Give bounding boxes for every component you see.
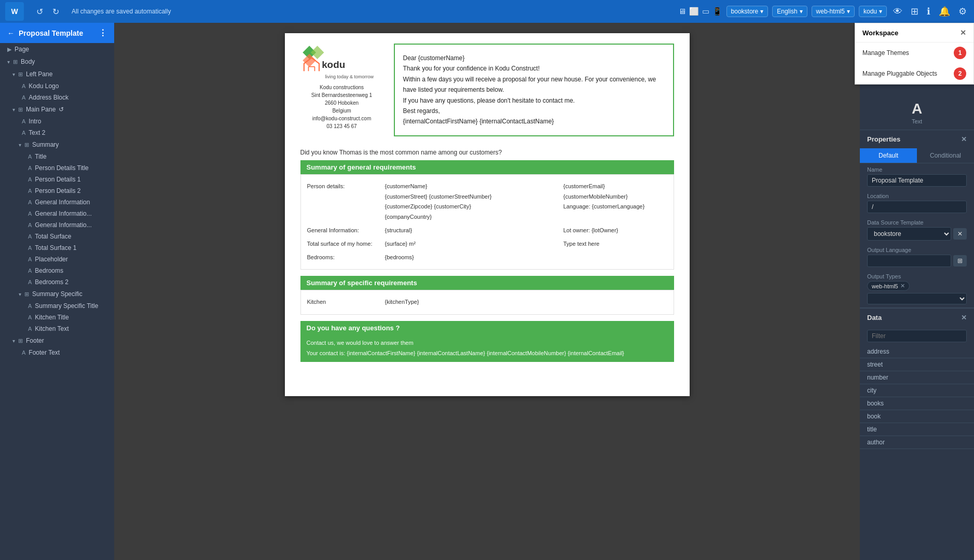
sidebar-item-bedrooms[interactable]: A Bedrooms xyxy=(0,265,114,276)
data-item-book[interactable]: book xyxy=(860,410,974,423)
mobile-icon[interactable]: 📱 xyxy=(712,7,722,16)
prop-output-lang-input[interactable] xyxy=(867,255,951,267)
data-item-number[interactable]: number xyxy=(860,371,974,384)
sidebar-item-footer[interactable]: ▾ ⊞ Footer xyxy=(0,334,114,347)
sidebar-item-person-details-title[interactable]: A Person Details Title xyxy=(0,162,114,174)
bookstore-dropdown[interactable]: bookstore ▾ xyxy=(726,6,769,17)
doc-logo-area: kodu living today & tomorrow Kodu constr… xyxy=(300,44,383,136)
data-item-city[interactable]: city xyxy=(860,384,974,397)
questions-body: Contact us, we would love to answer them… xyxy=(300,335,674,362)
component-icon: ⊞ xyxy=(18,71,23,78)
sidebar-item-person-details-2[interactable]: A Person Details 2 xyxy=(0,185,114,197)
workspace-close-icon[interactable]: ✕ xyxy=(960,29,966,37)
chevron-down-icon: ▾ xyxy=(12,72,15,77)
tab-conditional[interactable]: Conditional xyxy=(917,148,974,163)
desktop-icon[interactable]: 🖥 xyxy=(678,7,686,16)
chevron-down-icon: ▾ xyxy=(12,107,15,113)
sidebar-item-left-pane[interactable]: ▾ ⊞ Left Pane xyxy=(0,68,114,80)
chevron-down-icon: ▾ xyxy=(12,338,15,344)
sidebar-item-kitchen-title[interactable]: A Kitchen Title xyxy=(0,312,114,323)
language-dropdown[interactable]: English ▾ xyxy=(772,6,807,17)
tablet2-icon[interactable]: ▭ xyxy=(702,7,709,16)
sidebar-item-bedrooms-2[interactable]: A Bedrooms 2 xyxy=(0,276,114,288)
sidebar-item-kodu-logo[interactable]: A Kodu Logo xyxy=(0,80,114,92)
component-icon: ⊞ xyxy=(18,338,23,344)
prop-output-lang-icon-btn[interactable]: ⊞ xyxy=(953,255,967,267)
user-dropdown[interactable]: kodu ▾ xyxy=(859,6,887,17)
doc-address: Kodu constructions Sint Bernardsesteenwe… xyxy=(300,83,383,130)
center-content: kodu living today & tomorrow Kodu constr… xyxy=(114,23,860,560)
data-item-books[interactable]: books xyxy=(860,397,974,410)
tablet-icon[interactable]: ⬜ xyxy=(689,7,699,16)
sidebar-item-general-info2[interactable]: A General Informatio... xyxy=(0,208,114,219)
sidebar-item-general-info[interactable]: A General Information xyxy=(0,197,114,208)
preview-icon[interactable]: 👁 xyxy=(891,5,904,18)
workspace-popup: Workspace ✕ Manage Themes 1 Manage Plugg… xyxy=(855,23,974,85)
topbar: W ↺ ↻ All changes are saved automaticall… xyxy=(0,0,974,23)
manage-pluggable-item[interactable]: Manage Pluggable Objects 2 xyxy=(855,63,973,84)
sidebar-item-address-block[interactable]: A Address Block xyxy=(0,92,114,103)
sidebar-item-footer-text[interactable]: A Footer Text xyxy=(0,347,114,358)
sidebar-item-text2[interactable]: A Text 2 xyxy=(0,127,114,138)
sidebar-more-icon[interactable]: ⋮ xyxy=(99,28,107,38)
refresh-icon[interactable]: ↺ xyxy=(59,106,64,113)
data-section: Data ✕ address street number city books … xyxy=(860,308,974,449)
text-icon: A xyxy=(28,256,32,262)
sidebar-item-body[interactable]: ▾ ⊞ Body xyxy=(0,55,114,68)
output-type-dropdown[interactable]: web-html5 ▾ xyxy=(812,6,855,17)
text-icon: A xyxy=(22,94,25,101)
sidebar-item-total-surface[interactable]: A Total Surface xyxy=(0,231,114,242)
grid-icon[interactable]: ⊞ xyxy=(909,5,921,18)
logo-tagline: living today & tomorrow xyxy=(325,74,383,79)
kodu-logo-svg: kodu xyxy=(300,44,363,75)
text-icon: A xyxy=(28,279,32,285)
output-type-remove-btn[interactable]: ✕ xyxy=(900,283,905,289)
properties-tabs: Default Conditional xyxy=(860,148,974,163)
sidebar-item-intro[interactable]: A Intro xyxy=(0,116,114,127)
sidebar-item-summary-specific-title[interactable]: A Summary Specific Title xyxy=(0,300,114,312)
chevron-down-icon: ▾ xyxy=(7,59,10,65)
data-item-address[interactable]: address xyxy=(860,345,974,358)
notification-icon[interactable]: 🔔 xyxy=(937,5,952,18)
sidebar-item-kitchen-text[interactable]: A Kitchen Text xyxy=(0,323,114,334)
prop-datasource-clear-btn[interactable]: ✕ xyxy=(953,228,967,240)
sidebar-item-placeholder[interactable]: A Placeholder xyxy=(0,254,114,265)
info-icon[interactable]: ℹ xyxy=(925,5,932,18)
sidebar-title: Proposal Template xyxy=(19,29,83,37)
sidebar-item-general-info3[interactable]: A General Informatio... xyxy=(0,219,114,231)
sidebar-item-page[interactable]: ▶ Page xyxy=(0,43,114,55)
sidebar-item-summary[interactable]: ▾ ⊞ Summary xyxy=(0,138,114,151)
text-icon: A xyxy=(28,233,32,240)
sidebar-item-main-pane[interactable]: ▾ ⊞ Main Pane ↺ xyxy=(0,103,114,116)
text-icon: A xyxy=(28,153,32,160)
sidebar-back-icon[interactable]: ← xyxy=(7,29,15,37)
doc-section-general: Summary of general requirements Person d… xyxy=(300,160,674,270)
app-logo: W xyxy=(5,2,24,21)
letter-greeting: Dear {customerName} xyxy=(403,53,665,63)
undo-redo-group: ↺ ↻ xyxy=(33,5,62,19)
text-icon: A xyxy=(28,268,32,274)
text-icon: A xyxy=(22,83,25,89)
sidebar-item-person-details-1[interactable]: A Person Details 1 xyxy=(0,174,114,185)
sidebar-item-summary-specific[interactable]: ▾ ⊞ Summary Specific xyxy=(0,288,114,300)
data-item-street[interactable]: street xyxy=(860,358,974,371)
prop-name-input[interactable] xyxy=(867,174,967,187)
prop-datasource-select[interactable]: bookstore xyxy=(867,227,951,241)
tab-default[interactable]: Default xyxy=(860,148,917,163)
data-filter-input[interactable] xyxy=(867,330,967,342)
sidebar-item-total-surface-1[interactable]: A Total Surface 1 xyxy=(0,242,114,254)
manage-themes-item[interactable]: Manage Themes 1 xyxy=(855,43,973,63)
data-item-title[interactable]: title xyxy=(860,423,974,436)
data-item-author[interactable]: author xyxy=(860,436,974,449)
settings-icon[interactable]: ⚙ xyxy=(956,5,969,18)
doc-letter[interactable]: Dear {customerName} Thank you for your c… xyxy=(394,44,674,136)
output-type-select[interactable] xyxy=(867,293,967,304)
sidebar-item-title[interactable]: A Title xyxy=(0,151,114,162)
properties-panel: A Text Properties ✕ Default Conditional … xyxy=(860,95,974,560)
surface-label: Total surface of my home: xyxy=(307,239,380,249)
properties-close-icon[interactable]: ✕ xyxy=(961,135,967,143)
prop-location-input[interactable] xyxy=(867,201,967,213)
redo-button[interactable]: ↻ xyxy=(49,5,62,19)
data-close-icon[interactable]: ✕ xyxy=(961,314,967,321)
undo-button[interactable]: ↺ xyxy=(33,5,46,19)
